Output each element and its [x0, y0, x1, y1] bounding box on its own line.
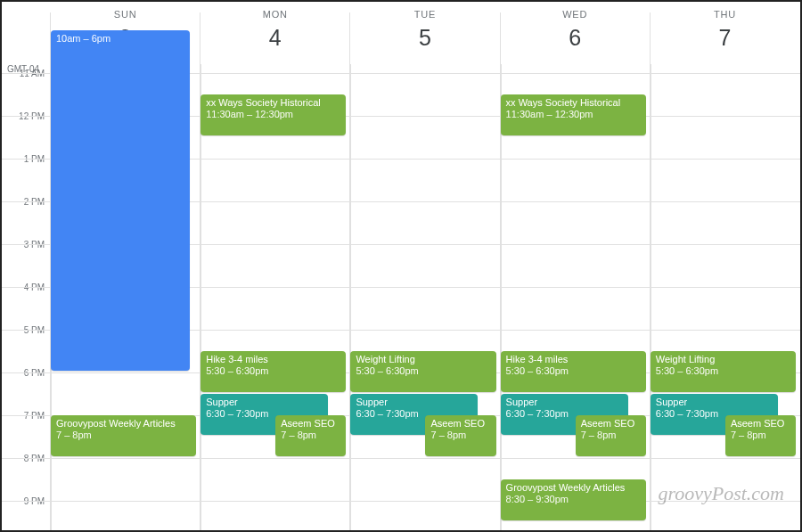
- calendar-event[interactable]: Aseem SEO7 – 8pm: [576, 415, 646, 456]
- day-header-tue[interactable]: TUE 5: [350, 2, 500, 64]
- day-header-thu[interactable]: THU 7: [651, 2, 800, 64]
- dow-label: TUE: [350, 9, 499, 20]
- event-time: 5:30 – 6:30pm: [506, 365, 569, 376]
- day-column[interactable]: Weight Lifting5:30 – 6:30pmSupper6:30 – …: [350, 64, 500, 532]
- event-time: 7 – 8pm: [731, 430, 766, 440]
- event-time: 6:30 – 7:30pm: [356, 408, 418, 419]
- event-title: Groovypost Weekly Articles: [56, 418, 176, 429]
- event-title: xx Ways Society Historical: [206, 97, 321, 108]
- dow-label: SUN: [51, 9, 200, 20]
- event-time: 5:30 – 6:30pm: [356, 365, 418, 376]
- event-title: Hike 3-4 miles: [206, 354, 268, 364]
- calendar-event[interactable]: Aseem SEO7 – 8pm: [275, 415, 346, 456]
- event-time: 7 – 8pm: [430, 430, 466, 440]
- event-title: Weight Lifting: [356, 354, 414, 364]
- event-title: Aseem SEO: [581, 418, 635, 429]
- calendar-event[interactable]: Hike 3-4 miles5:30 – 6:30pm: [501, 351, 646, 392]
- calendar-event[interactable]: Groovypost Weekly Articles7 – 8pm: [51, 415, 196, 456]
- event-title: xx Ways Society Historical: [506, 97, 621, 108]
- calendar-event[interactable]: Hike 3-4 miles5:30 – 6:30pm: [200, 351, 346, 392]
- dow-label: MON: [200, 9, 349, 20]
- dow-label: THU: [651, 9, 799, 20]
- event-title: Hike 3-4 miles: [506, 354, 569, 364]
- event-time: 10am – 6pm: [56, 33, 110, 44]
- event-title: Aseem SEO: [731, 418, 785, 429]
- event-time: 11:30am – 12:30pm: [206, 109, 293, 119]
- event-title: Supper: [506, 397, 537, 407]
- event-time: 5:30 – 6:30pm: [206, 365, 268, 376]
- event-title: Supper: [656, 397, 687, 407]
- event-time: 7 – 8pm: [281, 430, 316, 440]
- day-column[interactable]: 10am – 6pmGroovypost Weekly Articles7 – …: [51, 64, 200, 532]
- event-title: Supper: [356, 397, 387, 407]
- calendar-event[interactable]: Weight Lifting5:30 – 6:30pm: [651, 351, 796, 392]
- event-time: 7 – 8pm: [56, 430, 92, 440]
- day-header-mon[interactable]: MON 4: [200, 2, 350, 64]
- calendar-event[interactable]: 10am – 6pm: [51, 30, 190, 371]
- event-time: 6:30 – 7:30pm: [656, 408, 718, 419]
- event-title: Aseem SEO: [430, 418, 485, 429]
- calendar-event[interactable]: Weight Lifting5:30 – 6:30pm: [350, 351, 495, 392]
- day-number[interactable]: 6: [501, 25, 650, 51]
- calendar-event[interactable]: Groovypost Weekly Articles8:30 – 9:30pm: [501, 479, 646, 520]
- calendar-event[interactable]: Aseem SEO7 – 8pm: [425, 415, 495, 456]
- column-divider: [350, 64, 351, 532]
- event-time: 5:30 – 6:30pm: [656, 365, 718, 376]
- day-column[interactable]: xx Ways Society Historical11:30am – 12:3…: [501, 64, 651, 532]
- calendar-event[interactable]: xx Ways Society Historical11:30am – 12:3…: [501, 94, 646, 135]
- day-column[interactable]: Weight Lifting5:30 – 6:30pmSupper6:30 – …: [651, 64, 800, 532]
- event-title: Supper: [206, 397, 237, 407]
- event-time: 8:30 – 9:30pm: [506, 494, 569, 504]
- day-number[interactable]: 5: [350, 25, 499, 51]
- day-header-wed[interactable]: WED 6: [501, 2, 651, 64]
- calendar-event[interactable]: Aseem SEO7 – 8pm: [725, 415, 796, 456]
- event-time: 6:30 – 7:30pm: [506, 408, 569, 419]
- event-time: 7 – 8pm: [581, 430, 617, 440]
- calendar-week-view: GMT-04 SUN 3 MON 4 TUE 5 WED 6 THU 7 11 …: [0, 0, 802, 532]
- time-grid[interactable]: 11 AM12 PM1 PM2 PM3 PM4 PM5 PM6 PM7 PM8 …: [51, 64, 800, 532]
- event-title: Aseem SEO: [281, 418, 335, 429]
- event-time: 6:30 – 7:30pm: [206, 408, 268, 419]
- dow-label: WED: [501, 9, 650, 20]
- event-title: Weight Lifting: [656, 354, 715, 364]
- event-time: 11:30am – 12:30pm: [506, 109, 593, 119]
- event-title: Groovypost Weekly Articles: [506, 482, 626, 493]
- day-number[interactable]: 4: [200, 25, 349, 51]
- day-column[interactable]: xx Ways Society Historical11:30am – 12:3…: [200, 64, 350, 532]
- calendar-event[interactable]: xx Ways Society Historical11:30am – 12:3…: [200, 94, 346, 135]
- day-number[interactable]: 7: [651, 25, 799, 51]
- column-divider: [651, 64, 651, 532]
